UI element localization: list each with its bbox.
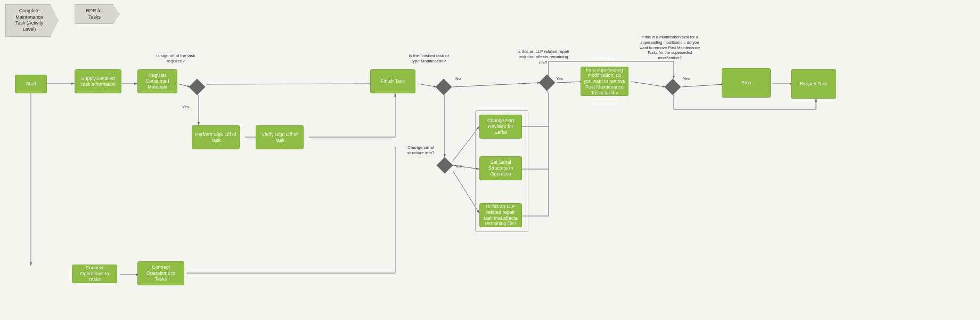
svg-line-22 — [557, 82, 583, 83]
finish-task-node[interactable]: Finish Task — [370, 69, 415, 93]
no-label-2: No — [455, 76, 461, 81]
modification-note: If this is a modification task for a sup… — [639, 35, 700, 61]
reopen-task-node[interactable]: Connect Operations to Tasks — [72, 265, 117, 283]
diamond-signoff — [189, 78, 205, 95]
yes-label-5: Yes — [683, 76, 690, 81]
svg-line-10 — [453, 83, 541, 87]
yes-label-4: Yes — [556, 76, 563, 81]
supply-task-node[interactable]: Supply Detailed Task Information — [75, 69, 121, 93]
swimlane-cmt: Complete Maintenance Task (Activity Leve… — [5, 4, 59, 37]
connect-operations-node[interactable]: Connect Operations to Tasks — [137, 261, 184, 285]
svg-line-23 — [631, 82, 666, 87]
diamond-remove-post — [664, 78, 681, 95]
register-materials-node[interactable]: Register Consumed Materials — [137, 69, 177, 93]
remove-post-node[interactable]: Stop — [722, 68, 771, 98]
stop-node: Reopen Task — [791, 69, 836, 99]
diamond-llp-label: Is this an LLP related repair task that … — [517, 49, 570, 66]
svg-line-27 — [682, 84, 724, 87]
svg-line-9 — [418, 84, 437, 87]
diamond-signoff-label: Is sign off of the task required? — [154, 53, 197, 65]
diamond-llp — [538, 74, 555, 91]
verify-signoff-node[interactable]: Verify Sign Off of Task — [256, 125, 304, 149]
yes-label-1: Yes — [182, 105, 189, 109]
diamond-modification-label: Is the finished task of type Modificatio… — [405, 53, 453, 65]
swimlane-bdr: BDR for Tasks — [75, 4, 120, 24]
increase-repairs-node[interactable]: If this is a modification task for a sup… — [581, 67, 628, 96]
diamond-serial-label: Change serial structure info? — [399, 145, 442, 156]
change-nodes-box — [475, 110, 528, 232]
start-node: Start — [15, 75, 47, 93]
diamond-modification — [435, 78, 452, 95]
swimlane-cmt-label: Complete Maintenance Task (Activity Leve… — [15, 8, 44, 32]
swimlane-bdr-label: BDR for Tasks — [86, 8, 103, 20]
diamond-serial — [436, 157, 453, 173]
svg-line-4 — [207, 84, 373, 84]
perform-signoff-node[interactable]: Perform Sign Off of Task — [192, 125, 240, 149]
yes-label-3: Yes — [455, 164, 462, 169]
diagram-container: Complete Maintenance Task (Activity Leve… — [0, 0, 980, 320]
